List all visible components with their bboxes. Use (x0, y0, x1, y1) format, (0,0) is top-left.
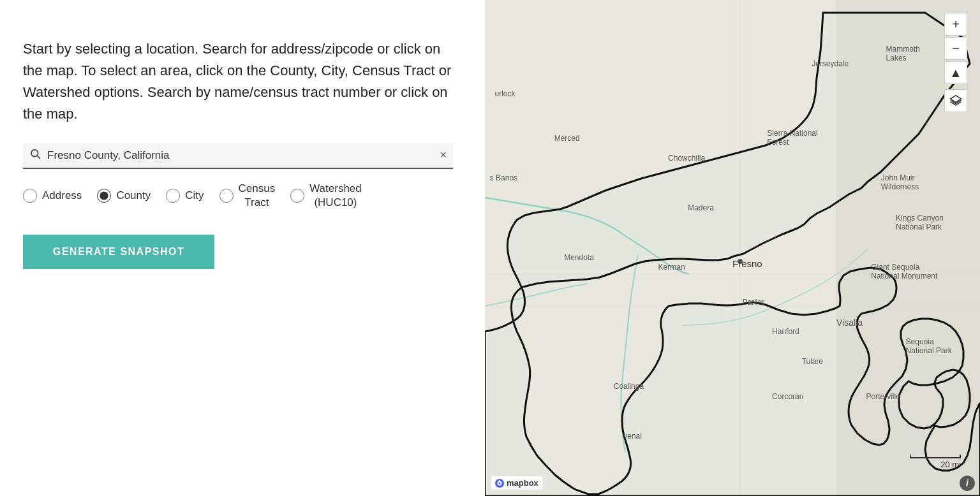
scale-bar: 20 mi (910, 455, 961, 469)
radio-watershed[interactable] (290, 189, 304, 203)
zoom-in-button[interactable]: + (944, 13, 967, 36)
svg-point-11 (499, 482, 501, 484)
radio-address[interactable] (23, 189, 37, 203)
svg-point-12 (499, 479, 500, 481)
layers-button[interactable] (944, 89, 967, 112)
radio-item-census[interactable]: CensusTract (219, 182, 276, 210)
generate-snapshot-button[interactable]: GENERATE SNAPSHOT (23, 235, 214, 269)
radio-county[interactable] (97, 189, 111, 203)
radio-label-city: City (185, 189, 204, 203)
radio-label-address: Address (42, 189, 82, 203)
info-button[interactable]: i (960, 476, 975, 491)
map-controls: + − ▲ (944, 13, 967, 112)
scale-line (910, 455, 961, 458)
radio-census[interactable] (219, 189, 234, 203)
scale-label: 20 mi (940, 460, 961, 469)
radio-item-address[interactable]: Address (23, 189, 82, 203)
search-icon (29, 148, 41, 163)
radio-label-watershed: Watershed(HUC10) (309, 182, 362, 210)
radio-item-city[interactable]: City (166, 189, 204, 203)
radio-item-watershed[interactable]: Watershed(HUC10) (290, 182, 362, 210)
radio-label-census: CensusTract (239, 182, 276, 210)
location-type-radio-group: Address County City CensusTract Watershe… (23, 182, 453, 210)
map-panel[interactable]: MammothLakes Jerseydale urlock Merced Ch… (485, 0, 980, 496)
mapbox-logo: mapbox (491, 476, 542, 490)
mapbox-attribution: mapbox (491, 476, 542, 490)
left-panel: Start by selecting a location. Search fo… (0, 0, 485, 496)
radio-item-county[interactable]: County (97, 189, 151, 203)
svg-line-1 (37, 156, 40, 159)
intro-text: Start by selecting a location. Search fo… (23, 38, 453, 125)
reset-bearing-button[interactable]: ▲ (944, 61, 967, 84)
search-input[interactable] (47, 149, 433, 162)
svg-point-7 (738, 259, 743, 264)
mapbox-text: mapbox (507, 478, 538, 488)
zoom-out-button[interactable]: − (944, 37, 967, 60)
radio-label-county: County (116, 189, 151, 203)
radio-city[interactable] (166, 189, 180, 203)
search-container: × Address County City CensusTract Waters… (23, 143, 453, 210)
search-clear-button[interactable]: × (440, 149, 447, 162)
search-box: × (23, 143, 453, 169)
